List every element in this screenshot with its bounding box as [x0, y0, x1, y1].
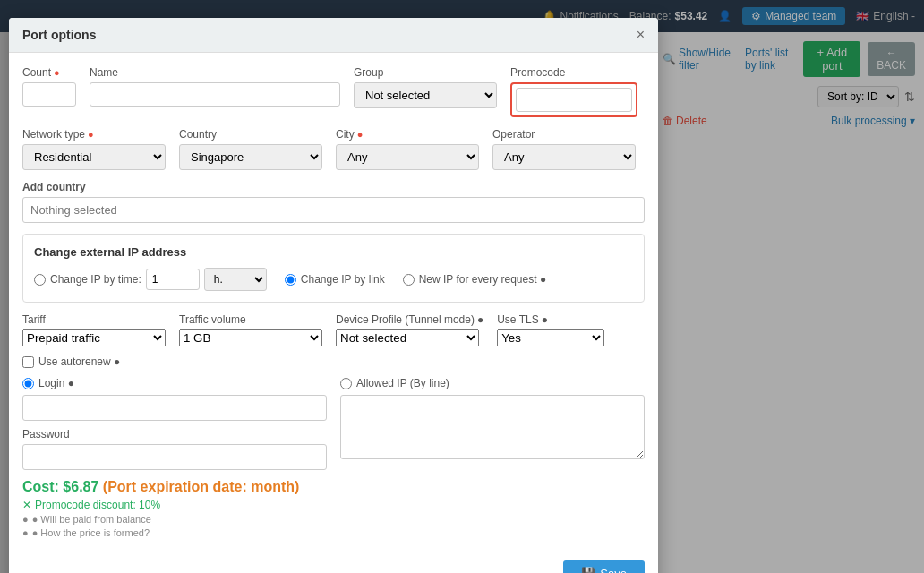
autorenew-label: Use autorenew ●	[38, 355, 120, 368]
allowed-ip-radio[interactable]	[340, 378, 352, 389]
price-formed-label: ● How the price is formed?	[32, 527, 150, 538]
count-req: ●	[54, 67, 60, 78]
allowed-ip-label-row: Allowed IP (By line)	[340, 377, 645, 389]
info-icon-2: ●	[22, 527, 29, 538]
new-ip-group: New IP for every request ●	[403, 273, 546, 286]
country-label: Country	[179, 128, 322, 141]
group-group: Group Not selected Group 1 Group 2	[354, 66, 497, 108]
change-ip-by-time-label: Change IP by time:	[50, 273, 141, 286]
network-type-select[interactable]: Residential Datacenter Mobile	[22, 144, 166, 170]
device-profile-group: Device Profile (Tunnel mode) ● Not selec…	[336, 313, 483, 346]
row-1: Count ● 1 Name ixBrowser Group Not selec…	[22, 66, 645, 117]
cost-value: $6.87	[63, 479, 98, 494]
country-select[interactable]: Singapore United States Germany	[179, 144, 322, 170]
modal-close-button[interactable]: ×	[637, 27, 645, 43]
save-icon: 💾	[581, 567, 595, 573]
allowed-ip-textarea[interactable]	[340, 395, 645, 459]
login-radio-label: Login ●	[38, 377, 74, 389]
count-input[interactable]: 1	[22, 82, 76, 107]
tariff-label: Tariff	[22, 313, 166, 326]
operator-select[interactable]: Any	[492, 144, 636, 170]
tariff-select[interactable]: Prepaid traffic Shared Dedicated	[22, 329, 166, 346]
traffic-volume-select[interactable]: 1 GB 5 GB 10 GB	[179, 329, 322, 346]
traffic-volume-label: Traffic volume	[179, 313, 322, 326]
cost-suffix: (Port expiration date: month)	[103, 479, 300, 494]
network-type-req: ●	[88, 129, 94, 140]
count-label: Count ●	[22, 66, 76, 79]
change-ip-by-link-radio[interactable]	[285, 274, 296, 286]
info-icon-1: ●	[22, 514, 29, 525]
login-allowed-row: Login ● astrouser4562 Password zsdmgnf2d…	[22, 377, 645, 470]
port-options-modal: Port options × Count ● 1 Name ixBrowser …	[9, 18, 658, 573]
promocode-input[interactable]: ixBrowser10	[516, 88, 632, 112]
device-profile-label: Device Profile (Tunnel mode) ●	[336, 313, 483, 326]
network-type-label: Network type ●	[22, 128, 166, 141]
will-be-paid-label: ● Will be paid from balance	[32, 514, 151, 525]
autorenew-req: ●	[114, 355, 120, 368]
promocode-group: Promocode ixBrowser10	[510, 66, 637, 117]
login-radio[interactable]	[22, 378, 34, 389]
promocode-label: Promocode	[510, 66, 637, 79]
name-label: Name	[90, 66, 340, 79]
city-label: City ●	[336, 128, 479, 141]
login-req: ●	[68, 377, 74, 389]
modal-title: Port options	[22, 28, 96, 42]
cost-prefix: Cost:	[22, 479, 63, 494]
change-ip-section: Change external IP address Change IP by …	[22, 234, 645, 303]
promocode-wrapper: ixBrowser10	[510, 82, 637, 117]
city-select[interactable]: Any Singapore City	[336, 144, 479, 170]
name-input[interactable]: ixBrowser	[90, 82, 340, 107]
row-2: Network type ● Residential Datacenter Mo…	[22, 128, 645, 170]
modal-footer: 💾 Save	[9, 552, 658, 573]
tariff-row: Tariff Prepaid traffic Shared Dedicated …	[22, 313, 645, 346]
time-value-input[interactable]	[146, 269, 200, 290]
city-group: City ● Any Singapore City	[336, 128, 479, 170]
time-unit-select[interactable]: h. min.	[204, 268, 267, 291]
network-type-group: Network type ● Residential Datacenter Mo…	[22, 128, 166, 170]
change-ip-title: Change external IP address	[34, 245, 633, 259]
change-ip-by-time-radio[interactable]	[34, 274, 46, 286]
device-profile-select[interactable]: Not selected	[336, 329, 479, 346]
country-group: Country Singapore United States Germany	[179, 128, 322, 170]
modal-body: Count ● 1 Name ixBrowser Group Not selec…	[9, 53, 658, 552]
discount-line: ✕ Promocode discount: 10%	[22, 499, 645, 511]
use-autorenew-row: Use autorenew ●	[22, 355, 645, 368]
city-req: ●	[357, 129, 364, 140]
save-button[interactable]: 💾 Save	[563, 560, 645, 573]
new-ip-label: New IP for every request ●	[419, 273, 546, 286]
add-country-label: Add country	[22, 181, 645, 193]
autorenew-checkbox[interactable]	[22, 356, 34, 368]
login-radio-group: Login ●	[22, 377, 327, 389]
discount-icon: ✕	[22, 499, 31, 511]
time-inputs: h. min.	[146, 268, 267, 291]
operator-group: Operator Any	[492, 128, 636, 170]
password-group: Password zsdmgnf2dg899	[22, 428, 327, 470]
group-select[interactable]: Not selected Group 1 Group 2	[354, 82, 497, 108]
new-ip-radio[interactable]	[403, 274, 415, 286]
use-tls-group: Use TLS ● Yes No	[497, 313, 604, 346]
discount-label: Promocode discount: 10%	[35, 499, 160, 511]
price-formed-line: ● ● How the price is formed?	[22, 527, 645, 538]
save-label: Save	[600, 567, 627, 573]
group-label: Group	[354, 66, 497, 79]
use-tls-select[interactable]: Yes No	[497, 329, 604, 346]
cost-section: Cost: $6.87 (Port expiration date: month…	[22, 479, 645, 538]
modal-header: Port options ×	[9, 18, 658, 53]
add-country-input[interactable]	[22, 197, 645, 223]
device-profile-req: ●	[477, 313, 483, 326]
change-ip-by-link-label: Change IP by link	[301, 273, 385, 286]
use-tls-label: Use TLS ●	[497, 313, 604, 326]
traffic-volume-group: Traffic volume 1 GB 5 GB 10 GB	[179, 313, 322, 346]
count-group: Count ● 1	[22, 66, 76, 107]
allowed-ip-label: Allowed IP (By line)	[356, 377, 449, 389]
password-input[interactable]: zsdmgnf2dg899	[22, 444, 327, 470]
login-input[interactable]: astrouser4562	[22, 395, 327, 421]
allowed-ip-column: Allowed IP (By line)	[340, 377, 645, 470]
password-label: Password	[22, 428, 327, 440]
will-be-paid-line: ● ● Will be paid from balance	[22, 514, 645, 525]
name-group: Name ixBrowser	[90, 66, 340, 107]
cost-line: Cost: $6.87 (Port expiration date: month…	[22, 479, 645, 495]
change-ip-by-link-group: Change IP by link	[285, 273, 385, 286]
use-tls-req: ●	[542, 313, 548, 326]
login-column: Login ● astrouser4562 Password zsdmgnf2d…	[22, 377, 327, 470]
